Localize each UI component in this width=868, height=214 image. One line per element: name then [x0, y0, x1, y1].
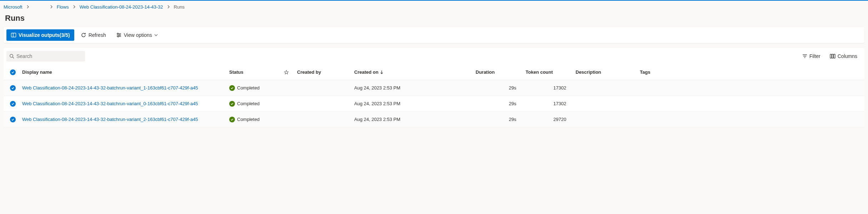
token-count-cell: 17302 [526, 101, 576, 106]
view-options-label: View options [124, 32, 152, 38]
col-description[interactable]: Description [576, 69, 640, 75]
chevron-down-icon [154, 33, 158, 37]
created-on-cell: Aug 24, 2023 2:53 PM [354, 85, 476, 91]
run-name-link[interactable]: Web Classification-08-24-2023-14-43-32-b… [22, 101, 222, 106]
svg-rect-13 [830, 54, 832, 58]
status-cell: Completed [229, 117, 276, 122]
chevron-right-icon [47, 5, 55, 9]
run-name-link[interactable]: Web Classification-08-24-2023-14-43-32-b… [22, 117, 222, 122]
checkmark-circle-icon [10, 69, 16, 75]
select-all-checkbox[interactable] [4, 69, 22, 75]
status-text: Completed [237, 101, 260, 106]
created-on-cell: Aug 24, 2023 2:53 PM [354, 101, 476, 106]
status-text: Completed [237, 117, 260, 122]
duration-cell: 29s [476, 101, 526, 106]
col-token-count[interactable]: Token count [526, 69, 576, 75]
status-text: Completed [237, 85, 260, 91]
col-created-by[interactable]: Created by [297, 69, 354, 75]
status-complete-icon [229, 101, 235, 107]
col-tags[interactable]: Tags [640, 69, 690, 75]
filter-icon [802, 54, 807, 59]
row-checkbox[interactable] [4, 85, 22, 91]
side-panel-icon [11, 32, 16, 38]
svg-rect-14 [832, 54, 833, 58]
chevron-right-icon [24, 5, 32, 9]
page-title: Runs [0, 13, 868, 27]
filter-row: Filter Columns [4, 48, 864, 64]
chevron-right-icon [165, 5, 172, 9]
command-bar: Visualize outputs(3/5) Refresh View opti… [4, 27, 864, 43]
col-display-name[interactable]: Display name [22, 69, 229, 75]
visualize-outputs-button[interactable]: Visualize outputs(3/5) [6, 29, 74, 41]
breadcrumb-current: Runs [174, 4, 185, 10]
col-duration[interactable]: Duration [476, 69, 526, 75]
col-favorite[interactable] [276, 70, 297, 75]
columns-icon [830, 54, 836, 59]
svg-point-6 [119, 34, 120, 35]
checkmark-circle-icon [10, 101, 16, 107]
svg-point-5 [117, 33, 118, 34]
table-row[interactable]: Web Classification-08-24-2023-14-43-32-b… [4, 96, 864, 112]
table-row[interactable]: Web Classification-08-24-2023-14-43-32-b… [4, 80, 864, 96]
created-on-cell: Aug 24, 2023 2:53 PM [354, 117, 476, 122]
row-checkbox[interactable] [4, 117, 22, 122]
breadcrumb: Microsoft Flows Web Classification-08-24… [0, 1, 868, 13]
checkmark-circle-icon [10, 85, 16, 91]
status-cell: Completed [229, 85, 276, 91]
filter-label: Filter [809, 53, 821, 59]
breadcrumb-link[interactable]: Flows [57, 4, 69, 10]
view-options-icon [116, 32, 122, 38]
svg-point-8 [10, 54, 13, 57]
search-input[interactable] [16, 53, 82, 59]
token-count-cell: 17302 [526, 85, 576, 91]
run-name-link[interactable]: Web Classification-08-24-2023-14-43-32-b… [22, 85, 222, 91]
chevron-right-icon [70, 5, 78, 9]
col-created-on[interactable]: Created on [354, 69, 476, 75]
row-checkbox[interactable] [4, 101, 22, 107]
checkmark-circle-icon [10, 117, 16, 122]
refresh-label: Refresh [89, 32, 106, 38]
status-cell: Completed [229, 101, 276, 107]
table-row[interactable]: Web Classification-08-24-2023-14-43-32-b… [4, 112, 864, 127]
columns-button[interactable]: Columns [828, 52, 859, 60]
token-count-cell: 29720 [526, 117, 576, 122]
star-icon [284, 70, 289, 75]
filter-button[interactable]: Filter [800, 52, 823, 60]
status-complete-icon [229, 117, 235, 122]
columns-label: Columns [838, 53, 857, 59]
refresh-icon [81, 32, 86, 38]
status-complete-icon [229, 85, 235, 91]
duration-cell: 29s [476, 85, 526, 91]
search-icon [9, 54, 14, 59]
breadcrumb-link[interactable]: Microsoft [4, 4, 22, 10]
svg-line-9 [12, 57, 14, 58]
svg-point-7 [117, 36, 119, 37]
search-input-wrapper[interactable] [6, 51, 85, 62]
refresh-button[interactable]: Refresh [77, 29, 110, 41]
visualize-outputs-label: Visualize outputs(3/5) [19, 32, 70, 38]
svg-rect-15 [834, 54, 835, 58]
breadcrumb-link[interactable]: Web Classification-08-24-2023-14-43-32 [80, 4, 163, 10]
duration-cell: 29s [476, 117, 526, 122]
runs-table: Display name Status Created by Created o… [4, 64, 864, 127]
table-header: Display name Status Created by Created o… [4, 64, 864, 80]
col-status[interactable]: Status [229, 69, 276, 75]
svg-rect-0 [11, 33, 16, 37]
view-options-button[interactable]: View options [112, 29, 161, 41]
sort-down-icon [380, 70, 383, 74]
